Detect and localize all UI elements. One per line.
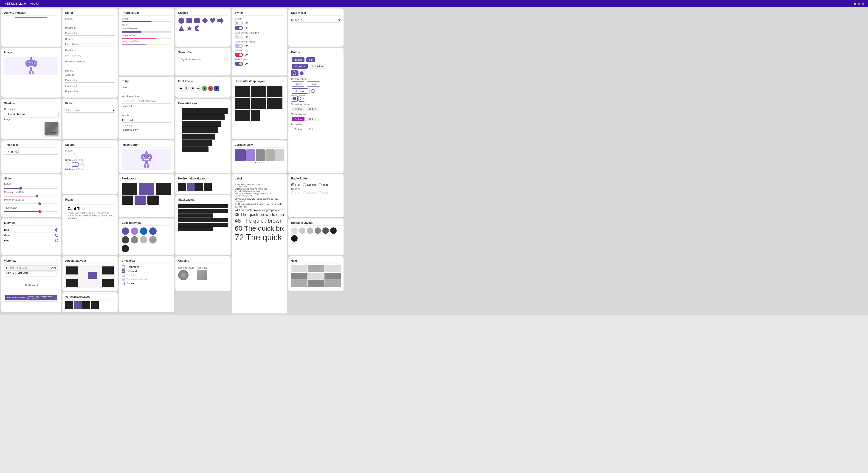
radio-third-circle [318,183,322,187]
button-borderless-2[interactable]: Button [306,127,319,132]
button-tertiary-2[interactable]: Button [306,117,319,122]
date-picker-input[interactable]: 5/18/2022 📅 [291,18,341,23]
svg-rect-12 [29,66,33,67]
button-icon-only-2[interactable] [299,70,305,76]
switch-off-track[interactable] [235,21,243,25]
switch-thumbcolor-track[interactable] [235,62,243,66]
stepper-bgcolor-plus[interactable]: + [81,162,85,167]
search-input[interactable] [185,58,223,61]
slider-default-thumb[interactable] [19,187,22,190]
webview-url-input[interactable] [16,271,57,275]
horiz-stack-container [178,183,228,191]
button-outline-only-1[interactable] [291,95,298,102]
button-icon-only-1[interactable] [291,70,298,76]
button-filled-2[interactable]: btn [306,57,315,62]
button-outline-icon-1[interactable]: ☑ Button [291,88,308,94]
list-item-red[interactable]: Red [4,228,58,233]
switch-on-track[interactable] [235,26,243,30]
picker-select-row[interactable]: Select a color ▼ [65,108,115,113]
carousel-dot-1[interactable] [255,162,256,163]
editor-placeholder-label: Placeholder [65,27,115,29]
frame-content: Card Title Lorem ipsum dolor sit amet, c… [65,204,115,222]
shadow-card: Shadow On a label I Have A Shadow Image … [1,99,61,139]
flex-item-6 [148,196,159,205]
slider-thumb-thumb[interactable] [38,210,41,213]
frame-title: Frame [65,198,115,202]
time-picker-row[interactable]: 12 : 00 AM [4,149,58,155]
check-icon-3: ☑ [294,90,297,93]
editor-autosize-input[interactable] [65,78,115,82]
button-icon-filled-1[interactable]: ☑ Button [291,64,308,69]
maximize-button[interactable] [858,2,860,5]
shadow-title: Shadow [4,102,58,106]
checkbox-accent-label: Accent [127,282,134,285]
shapes-row [178,18,228,32]
carousel-dot-4[interactable] [261,162,262,163]
webview-url-bar: .NET ▼ [4,271,58,276]
button-secondary-1[interactable]: Button [291,107,305,111]
radio-second-opt[interactable]: Second [303,183,315,187]
checkbox-checked-box[interactable] [122,269,125,273]
radio-third-opt[interactable]: Third [318,183,329,187]
grid-cell-6 [324,273,341,279]
webview-content: ⊞ Microsoft [4,276,58,295]
bindable-layout-title: Bindable Layout [291,221,341,226]
button-borderless-1[interactable]: Button [291,127,305,132]
editor-card: Editor Default Placeholder Disabled Read… [62,8,118,98]
slider-mintrack-thumb[interactable] [36,195,38,197]
button-icon-filled-2[interactable]: ☑ Button [310,64,326,69]
webview-brand-name: Microsoft [28,284,38,286]
minimize-button[interactable] [854,2,856,5]
search-clear-icon[interactable]: ✕ [223,58,225,61]
editor-placeholder-input[interactable] [65,31,115,36]
stepper-bgcolor-minus[interactable]: − [65,162,70,167]
webview-feedback-close-icon[interactable]: ✕ [54,297,56,299]
stepper-plus-btn[interactable]: + [73,153,78,158]
button-outline-2[interactable]: Button [307,81,320,87]
list-item-blue[interactable]: Blue [4,238,58,243]
editor-fixed-input[interactable] [65,89,115,94]
switch-default-label: Default [235,18,284,20]
radio-first-opt[interactable]: First [291,183,300,187]
flex-row-1 [122,183,171,195]
carousel-dot-3[interactable] [259,162,260,163]
webview-feedback-bar[interactable]: .NET website survey Feedback: Help us im… [5,295,57,300]
button-secondary-2[interactable]: Button [306,107,319,111]
check-icon-2: ☑ [312,65,315,68]
editor-autosize-label: AutoSize [65,74,115,76]
button-outline-icon-only[interactable] [310,88,316,94]
webview-dropdown-icon[interactable]: ▼ [12,272,14,275]
webview-share-icon[interactable]: ↗ [51,266,53,269]
robot-svg [24,57,38,75]
button-icon-only-row [291,70,341,76]
stepper-bgcolor2-plus[interactable]: + [73,172,78,176]
checkbox-accent-row: Accent [122,282,171,285]
stepper-bgcolor-val: 1 [72,163,79,167]
button-card: Button Button btn ☑ Button ☑ Button Prim… [288,48,343,173]
button-tertiary-1[interactable]: Button [291,117,305,122]
svg-rect-30 [147,164,149,168]
checkbox-accent-box[interactable] [122,282,125,285]
slider-maxtrack-thumb[interactable] [38,202,41,205]
switch-oncolor-thumb [239,54,242,56]
image-button-placeholder[interactable] [122,149,171,170]
hstack-item-1 [178,183,186,191]
stepper-bgcolor2-minus[interactable]: − [65,172,70,176]
clip-circle-demo [178,270,188,280]
carousel-dot-2[interactable] [257,162,258,163]
button-outline-only-2[interactable] [299,95,305,102]
checkbox-unchecked-box[interactable] [122,265,125,269]
list-item-green[interactable]: Green [4,233,58,238]
radio-disabled-second-label: Second [307,192,315,194]
carousel-dot-5[interactable] [263,162,264,163]
close-button[interactable] [862,2,864,5]
radio-disabled-first-label: First [295,192,300,194]
button-outline-1[interactable]: Button [291,81,305,87]
webview-trash-icon[interactable]: 🗑 [54,266,57,269]
button-filled-1[interactable]: Button [291,57,305,62]
image-card: Image [1,48,61,98]
radio-button-card: Radio Button First Second Third Disabled… [288,174,343,217]
stepper-minus-btn[interactable]: − [65,153,70,158]
switch-oncolor-track[interactable] [235,53,243,57]
date-picker-card: Date Picker 5/18/2022 📅 [288,8,343,46]
